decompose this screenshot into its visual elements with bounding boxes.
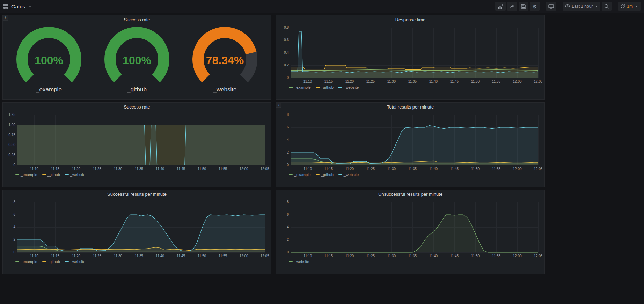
svg-text:11:25: 11:25 <box>366 254 375 258</box>
legend-series-name: _github <box>47 260 60 264</box>
legend-swatch <box>338 174 342 175</box>
legend-item[interactable]: _website <box>289 260 309 264</box>
svg-text:11:45: 11:45 <box>177 254 185 258</box>
legend-swatch <box>316 174 320 175</box>
panel-total-results: i Total results per minute 0246811:1011:… <box>276 102 545 187</box>
svg-text:0.75: 0.75 <box>9 133 16 137</box>
settings-button[interactable]: ⚙ <box>530 2 540 11</box>
svg-text:11:30: 11:30 <box>387 80 396 83</box>
legend-series-name: _website <box>70 172 85 177</box>
legend-item[interactable]: _website <box>338 85 359 89</box>
svg-text:2: 2 <box>287 238 289 242</box>
chevron-down-icon <box>635 6 638 7</box>
svg-text:11:50: 11:50 <box>471 80 480 83</box>
dashboard-title[interactable]: Gatus <box>11 3 25 9</box>
refresh-button[interactable]: 1m <box>618 2 641 11</box>
zoom-out-button[interactable] <box>602 2 612 11</box>
legend-item[interactable]: _github <box>316 172 334 177</box>
legend-item[interactable]: _example <box>289 85 311 89</box>
legend: _example_github_website <box>6 171 268 177</box>
panel-title[interactable]: Success rate <box>124 104 150 110</box>
svg-text:11:40: 11:40 <box>429 254 438 258</box>
legend-series-name: _website <box>344 172 359 177</box>
panel-header[interactable]: Success rate <box>3 15 271 24</box>
panel-title[interactable]: Response time <box>395 17 426 22</box>
legend-item[interactable]: _website <box>65 172 85 177</box>
svg-text:0: 0 <box>13 163 15 167</box>
legend-swatch <box>42 174 46 175</box>
panel-header[interactable]: Unsuccessful results per minute <box>276 190 544 199</box>
svg-text:12:00: 12:00 <box>513 80 521 83</box>
svg-text:11:35: 11:35 <box>135 167 144 171</box>
gauge-github: 100% _github <box>95 25 179 93</box>
legend-swatch <box>15 174 19 175</box>
panel-header[interactable]: Successful results per minute <box>3 190 271 199</box>
svg-text:11:35: 11:35 <box>408 254 417 258</box>
svg-text:8: 8 <box>13 200 15 204</box>
svg-text:8: 8 <box>287 113 289 117</box>
svg-text:6: 6 <box>287 125 289 129</box>
panel-header[interactable]: Response time <box>276 15 544 24</box>
share-icon <box>510 4 515 9</box>
save-icon <box>521 4 526 9</box>
legend-series-name: _website <box>294 260 309 264</box>
dashboard-grid: i Success rate 100% _example 100% _githu… <box>0 13 644 277</box>
svg-text:12:05: 12:05 <box>534 254 542 258</box>
info-icon[interactable]: i <box>3 15 8 21</box>
svg-text:12:05: 12:05 <box>260 167 269 171</box>
svg-text:11:55: 11:55 <box>492 80 501 83</box>
save-button[interactable] <box>519 2 528 11</box>
svg-text:12:05: 12:05 <box>534 80 542 83</box>
panel-header[interactable]: Total results per minute <box>276 103 544 111</box>
legend-item[interactable]: _github <box>42 260 60 264</box>
svg-text:11:45: 11:45 <box>450 254 459 258</box>
legend-series-name: _github <box>321 85 334 89</box>
panel-title[interactable]: Unsuccessful results per minute <box>378 192 442 197</box>
svg-text:0.8: 0.8 <box>284 25 289 29</box>
gauge-label: _github <box>95 86 179 93</box>
add-panel-icon <box>498 4 503 9</box>
svg-text:11:55: 11:55 <box>219 167 227 171</box>
legend-item[interactable]: _website <box>65 260 85 264</box>
legend-swatch <box>289 261 293 262</box>
svg-text:11:15: 11:15 <box>324 254 333 258</box>
svg-text:11:30: 11:30 <box>114 167 123 171</box>
legend-swatch <box>42 261 46 262</box>
info-icon[interactable]: i <box>276 103 281 108</box>
tv-mode-button[interactable] <box>546 2 556 11</box>
svg-text:0.2: 0.2 <box>284 63 289 67</box>
gauge-value: 100% <box>7 54 91 67</box>
legend-item[interactable]: _example <box>289 172 311 177</box>
share-button[interactable] <box>507 2 517 11</box>
legend-series-name: _example <box>21 260 37 264</box>
panel-header[interactable]: Success rate <box>3 103 271 111</box>
panel-title[interactable]: Total results per minute <box>387 104 434 110</box>
legend-swatch <box>65 261 69 262</box>
legend-item[interactable]: _website <box>338 172 359 177</box>
svg-text:12:00: 12:00 <box>513 254 521 258</box>
panel-title[interactable]: Success rate <box>124 17 150 22</box>
legend-swatch <box>289 174 293 175</box>
legend-series-name: _example <box>294 172 311 177</box>
svg-text:11:45: 11:45 <box>177 167 185 171</box>
legend: _example_github_website <box>6 259 268 264</box>
chevron-down-icon[interactable] <box>29 6 31 7</box>
svg-text:6: 6 <box>287 213 289 216</box>
gauge-value: 78.34% <box>183 54 267 67</box>
refresh-interval-label: 1m <box>627 4 633 9</box>
add-panel-button[interactable] <box>495 2 506 11</box>
legend-item[interactable]: _example <box>15 260 37 264</box>
svg-text:0: 0 <box>13 250 15 254</box>
svg-text:11:50: 11:50 <box>471 254 480 258</box>
svg-text:11:15: 11:15 <box>51 167 60 171</box>
svg-text:2: 2 <box>13 238 15 242</box>
dashboard-grid-icon[interactable] <box>3 4 8 9</box>
panel-title[interactable]: Successful results per minute <box>107 192 167 197</box>
time-range-picker[interactable]: Last 1 hour <box>563 2 600 11</box>
legend-item[interactable]: _github <box>42 172 60 177</box>
legend-item[interactable]: _github <box>316 85 334 89</box>
svg-text:11:55: 11:55 <box>492 167 501 171</box>
successful-results-chart: 0246811:1011:1511:2011:2511:3011:3511:40… <box>6 199 269 259</box>
legend-item[interactable]: _example <box>15 172 37 177</box>
time-range-label: Last 1 hour <box>572 4 593 9</box>
